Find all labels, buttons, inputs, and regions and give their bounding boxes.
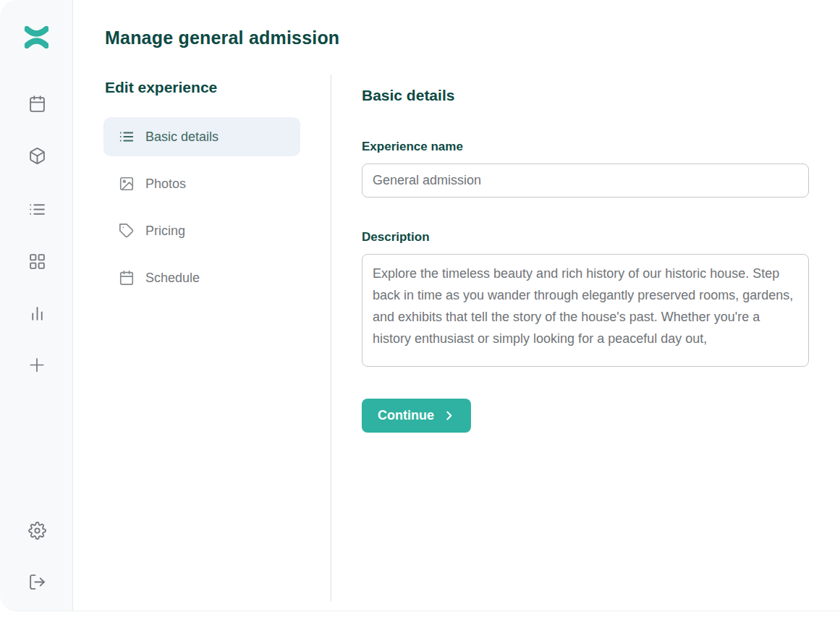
description-label: Description	[362, 230, 430, 245]
nav-item-label: Photos	[145, 177, 186, 192]
sidebar-logout-button[interactable]	[27, 572, 46, 591]
description-textarea[interactable]: Explore the timeless beauty and rich his…	[362, 254, 809, 367]
basic-details-heading: Basic details	[362, 87, 454, 104]
sidebar-settings-button[interactable]	[27, 521, 46, 540]
sidebar-products-button[interactable]	[27, 146, 46, 165]
gear-icon	[28, 522, 46, 540]
nav-item-label: Schedule	[145, 271, 200, 286]
nav-item-photos[interactable]: Photos	[103, 164, 300, 203]
list-icon	[119, 129, 135, 145]
nav-item-label: Pricing	[145, 224, 185, 239]
chevron-right-icon	[443, 409, 455, 422]
list-icon	[28, 200, 46, 218]
edit-experience-nav: Basic details Photos Pricing Schedule	[103, 117, 300, 305]
logout-icon	[28, 573, 46, 591]
sidebar-list-button[interactable]	[27, 200, 46, 218]
calendar-icon	[119, 270, 135, 286]
continue-button-label: Continue	[378, 408, 434, 423]
grid-icon	[28, 252, 46, 271]
nav-item-pricing[interactable]: Pricing	[103, 211, 300, 250]
experience-name-label: Experience name	[362, 140, 463, 154]
continue-button[interactable]: Continue	[362, 399, 471, 433]
sidebar-calendar-button[interactable]	[27, 94, 46, 113]
calendar-icon	[28, 95, 46, 113]
tag-icon	[119, 223, 135, 239]
nav-item-schedule[interactable]: Schedule	[103, 258, 300, 297]
edit-experience-heading: Edit experience	[105, 79, 217, 96]
nav-item-basic-details[interactable]: Basic details	[103, 117, 300, 156]
sidebar-add-button[interactable]	[27, 355, 46, 374]
bar-chart-icon	[28, 305, 46, 323]
box-icon	[28, 147, 46, 165]
sidebar	[0, 0, 73, 611]
sidebar-reports-button[interactable]	[27, 304, 46, 323]
app-window: Manage general admission Edit experience…	[0, 0, 840, 611]
image-icon	[119, 176, 135, 192]
experience-name-input[interactable]	[362, 164, 809, 198]
plus-icon	[27, 355, 46, 375]
page-title: Manage general admission	[105, 27, 339, 48]
xola-logo-icon	[25, 26, 48, 48]
sidebar-grid-button[interactable]	[27, 252, 46, 271]
xola-logo[interactable]	[25, 26, 48, 48]
nav-item-label: Basic details	[145, 129, 219, 145]
vertical-divider	[331, 75, 331, 601]
